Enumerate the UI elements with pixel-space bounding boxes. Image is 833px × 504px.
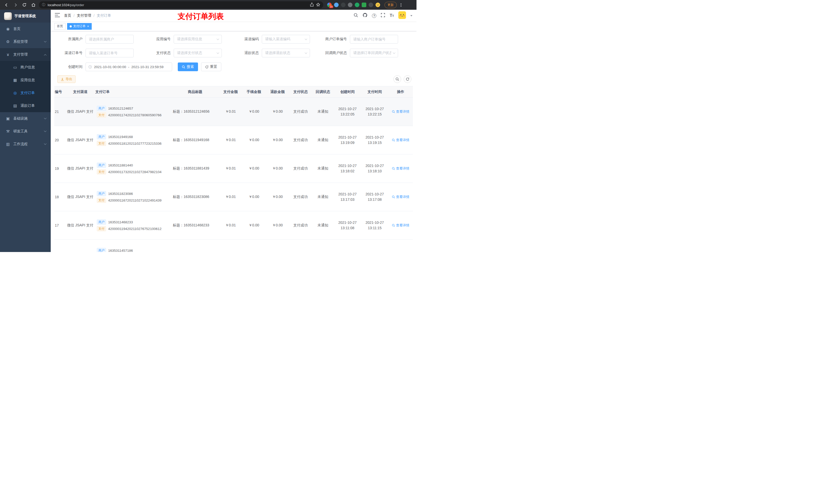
channel-code-select[interactable]: 请输入渠道编码: [262, 35, 310, 44]
table-row: 17 微信 JSAPI 支付 商户1635311468233 支付4200001…: [54, 211, 413, 240]
sidebar-item-label: 支付订单: [21, 91, 35, 95]
payment-submenu: ▭ 商户信息 ▦ 应用信息 ◎ 支付订单 ▤ 退款订单: [0, 61, 51, 112]
sidebar-item-refund-order[interactable]: ▤ 退款订单: [0, 99, 51, 112]
view-detail-link[interactable]: 查看详情: [392, 223, 409, 228]
pay-status-select[interactable]: 请选择支付状态: [174, 49, 222, 57]
pay-status: 支付成功: [289, 154, 312, 183]
grid-icon: ▦: [12, 78, 18, 82]
share-icon[interactable]: [310, 3, 314, 7]
search-icon: [392, 139, 395, 142]
extension-icon-3[interactable]: [341, 3, 346, 7]
user-avatar[interactable]: [398, 11, 406, 20]
breadcrumb-payment[interactable]: 支付管理: [77, 13, 91, 18]
view-detail-link[interactable]: 查看详情: [392, 110, 409, 114]
browser-reload-icon[interactable]: [21, 2, 28, 8]
merchant-label: 所属商户: [57, 37, 86, 42]
refund-status-select[interactable]: 请选择退款状态: [262, 49, 310, 57]
view-detail-link[interactable]: 查看详情: [392, 166, 409, 171]
refund-amount: ￥0.00: [266, 126, 289, 154]
refresh-icon: [406, 77, 409, 81]
search-icon[interactable]: [354, 13, 358, 19]
sidebar-item-payment[interactable]: ¥ 支付管理: [0, 48, 51, 61]
col-id: 编号: [54, 86, 65, 98]
breadcrumb: 首页 / 支付管理 / 支付订单: [64, 13, 111, 18]
col-channel: 支付渠道: [65, 86, 95, 98]
pay-amount: ￥0.01: [219, 154, 242, 183]
browser-forward-icon[interactable]: [12, 2, 19, 8]
sidebar-item-home[interactable]: ◉ 首页: [0, 23, 51, 35]
extensions-puzzle-icon[interactable]: [368, 3, 373, 7]
sidebar-item-workflow[interactable]: ▥ 工作流程: [0, 138, 51, 150]
extension-icon-4[interactable]: [348, 3, 353, 7]
sidebar-item-system[interactable]: ⚙ 系统管理: [0, 35, 51, 48]
address-bar[interactable]: ⓘ localhost:1024/pay/order: [39, 1, 323, 8]
pay-channel: 微信 JSAPI 支付: [65, 98, 95, 126]
fullscreen-icon[interactable]: [381, 13, 385, 19]
github-icon[interactable]: [362, 13, 367, 19]
help-icon[interactable]: ?: [372, 14, 376, 18]
profile-memoji-icon[interactable]: [376, 3, 380, 7]
notify-status: 未通知: [312, 183, 334, 211]
merchant-input[interactable]: [86, 35, 134, 44]
sidebar-item-dev-tools[interactable]: ⚒ 研发工具: [0, 125, 51, 138]
date-range-picker[interactable]: 2021-10-01 00:00:00 - 2021-10-31 23:59:5…: [86, 63, 172, 71]
col-notify: 回调状态: [312, 86, 334, 98]
gear-icon: ⚙: [5, 40, 11, 44]
channel-order-input[interactable]: [86, 49, 134, 57]
extension-icon-1[interactable]: 10: [327, 3, 332, 7]
browser-home-icon[interactable]: [30, 2, 37, 8]
tab-pay-order[interactable]: 支付订单 ×: [67, 23, 92, 30]
extension-icon-5[interactable]: [355, 3, 359, 7]
hamburger-icon[interactable]: [55, 13, 60, 19]
export-button[interactable]: 导出: [57, 75, 76, 83]
tab-home[interactable]: 首页: [54, 23, 66, 30]
yen-icon: ¥: [5, 52, 11, 57]
site-info-icon[interactable]: ⓘ: [42, 3, 45, 7]
browser-menu-icon[interactable]: [401, 3, 401, 7]
extension-icon-2[interactable]: [334, 3, 339, 7]
reset-button[interactable]: 重置: [201, 63, 221, 71]
dashboard-icon: ◉: [5, 27, 11, 31]
pay-channel: 微信 JSAPI 支付: [65, 211, 95, 240]
close-icon[interactable]: ×: [87, 25, 89, 28]
fee-amount: ￥0.00: [242, 154, 266, 183]
refresh-table-button[interactable]: [404, 75, 411, 83]
merchant-order-input[interactable]: [350, 35, 398, 44]
sidebar-item-label: 商户信息: [21, 65, 35, 70]
chevron-down-icon: [217, 38, 219, 40]
search-button[interactable]: 搜索: [178, 63, 198, 71]
sidebar-item-app-info[interactable]: ▦ 应用信息: [0, 74, 51, 87]
refund-amount: ￥0.00: [266, 183, 289, 211]
pay-order-cell: 商户1635312124657 支付4200001174202110278060…: [95, 98, 171, 126]
view-detail-link[interactable]: 查看详情: [392, 195, 409, 199]
col-create-time: 创建时间: [334, 86, 361, 98]
page-header: 首页 / 支付管理 / 支付订单 支付订单列表 ? TT: [51, 10, 416, 22]
font-size-icon[interactable]: TT: [389, 13, 394, 18]
extensions-cluster: 10: [327, 3, 380, 7]
create-time: 2021-10-2713:18:02: [334, 154, 361, 183]
sidebar-item-label: 应用信息: [21, 78, 35, 82]
view-detail-link[interactable]: 查看详情: [392, 138, 409, 142]
sidebar-item-infrastructure[interactable]: ▣ 基础设施: [0, 112, 51, 125]
browser-update-button[interactable]: 更新: [384, 2, 397, 8]
pay-tag: 支付: [97, 198, 106, 203]
table-row-partial: 商户1635311457186: [54, 240, 413, 252]
pay-time: 2021-10-2713:11:15: [361, 211, 388, 240]
pay-status: 支付成功: [289, 98, 312, 126]
bookmark-star-icon[interactable]: [316, 3, 320, 7]
sidebar-item-pay-order[interactable]: ◎ 支付订单: [0, 87, 51, 99]
breadcrumb-home[interactable]: 首页: [64, 13, 71, 18]
notify-status-select[interactable]: 请选择订单回调商户状态: [350, 49, 398, 57]
breadcrumb-current: 支付订单: [97, 13, 111, 18]
browser-back-icon[interactable]: [3, 2, 10, 8]
extension-icon-6[interactable]: [362, 3, 366, 7]
col-status: 支付状态: [289, 86, 312, 98]
avatar-caret-icon[interactable]: [410, 15, 412, 16]
merchant-tag: 商户: [97, 191, 106, 196]
app-id-select[interactable]: 请选择应用信息: [174, 35, 222, 44]
sidebar-item-merchant-info[interactable]: ▭ 商户信息: [0, 61, 51, 74]
briefcase-icon: ▥: [5, 142, 11, 146]
toggle-search-button[interactable]: [394, 75, 401, 83]
pay-order-cell: 商户1635311468233 支付4200001194202110276752…: [95, 211, 171, 240]
create-time: 2021-10-2713:22:05: [334, 98, 361, 126]
